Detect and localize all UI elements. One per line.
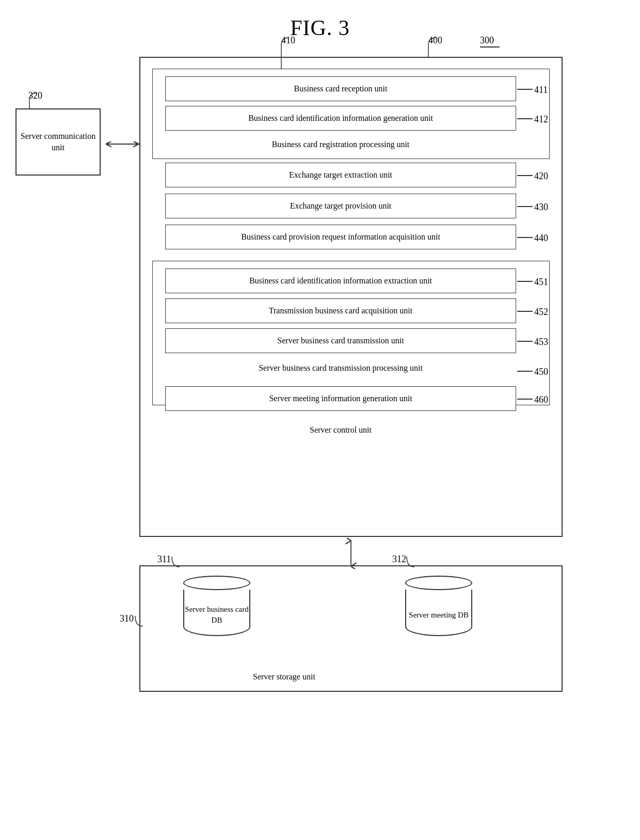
trans-biz-acq-box: Transmission business card acquisition u… [165, 298, 516, 323]
exchange-extract-box: Exchange target extraction unit [165, 163, 516, 187]
ref-420-tick [517, 175, 533, 176]
ref-453: 453 [534, 337, 548, 347]
biz-reg-label-area: Business card registration processing un… [165, 137, 516, 152]
ref-440: 440 [534, 233, 548, 244]
server-comm-box: Server communication unit [15, 108, 101, 176]
server-biz-db-label: Server business card DB [184, 604, 249, 626]
ref-310-line [133, 613, 148, 629]
biz-provision-req-box: Business card provision request informat… [165, 225, 516, 249]
biz-provision-req-label: Business card provision request informat… [241, 231, 440, 243]
server-meeting-db-label: Server meeting DB [409, 610, 469, 621]
server-biz-trans-label: Server business card transmission unit [277, 335, 404, 346]
ref-320-line [27, 90, 42, 111]
diagram: FIG. 3 300 Server communication unit 320… [0, 0, 640, 805]
ref-300: 300 [480, 35, 494, 46]
server-meeting-db: Server meeting DB [405, 576, 472, 636]
ref-452: 452 [534, 307, 548, 318]
server-storage-label: Server storage unit [253, 672, 315, 681]
biz-trans-proc-label-area: Server business card transmission proces… [165, 360, 516, 376]
server-control-label: Server control unit [310, 425, 372, 435]
exchange-provision-label: Exchange target provision unit [290, 200, 392, 212]
ref-451-tick [517, 281, 533, 282]
ref-410-line [279, 35, 294, 71]
arrow-320-400 [102, 138, 143, 150]
exchange-extract-label: Exchange target extraction unit [289, 169, 392, 181]
ref-311-line [169, 554, 185, 569]
biz-reception-box: Business card reception unit [165, 76, 516, 101]
ref-411: 411 [534, 85, 548, 96]
ref-400-line [426, 35, 441, 60]
biz-id-gen-label: Business card identification information… [248, 113, 433, 124]
figure-title: FIG. 3 [0, 0, 640, 51]
ref-310: 310 [120, 613, 134, 624]
ref-440-tick [517, 237, 533, 238]
arrow-400-310 [343, 538, 359, 569]
server-meeting-gen-box: Server meeting information generation un… [165, 386, 516, 411]
biz-id-extract-label: Business card identification information… [249, 275, 432, 287]
biz-id-gen-box: Business card identification information… [165, 106, 516, 131]
server-control-label-area: Server control unit [165, 422, 516, 438]
biz-reg-label: Business card registration processing un… [272, 140, 410, 149]
ref-460-tick [517, 399, 533, 400]
ref-430: 430 [534, 202, 548, 213]
cylinder-body-311: Server business card DB [183, 590, 250, 636]
ref-450: 450 [534, 367, 548, 377]
biz-id-extract-box: Business card identification information… [165, 268, 516, 293]
biz-reception-label: Business card reception unit [294, 83, 388, 94]
ref-460: 460 [534, 394, 548, 405]
ref-452-tick [517, 311, 533, 312]
ref-411-tick [517, 89, 533, 90]
ref-420: 420 [534, 171, 548, 182]
cylinder-top-311 [183, 576, 250, 590]
cylinder-top-312 [405, 576, 472, 590]
ref-451: 451 [534, 277, 548, 288]
server-biz-trans-box: Server business card transmission unit [165, 328, 516, 353]
ref-453-tick [517, 341, 533, 342]
server-biz-db: Server business card DB [183, 576, 250, 636]
ref-412: 412 [534, 114, 548, 125]
server-meeting-gen-label: Server meeting information generation un… [269, 393, 412, 404]
ref-450-tick [517, 371, 533, 372]
server-comm-label: Server communication unit [17, 131, 100, 154]
biz-trans-proc-label: Server business card transmission proces… [259, 363, 423, 373]
ref-412-tick [517, 118, 533, 119]
ref-430-tick [517, 206, 533, 207]
exchange-provision-box: Exchange target provision unit [165, 194, 516, 218]
trans-biz-acq-label: Transmission business card acquisition u… [269, 305, 413, 316]
cylinder-body-312: Server meeting DB [405, 590, 472, 636]
ref-312-line [404, 554, 420, 569]
